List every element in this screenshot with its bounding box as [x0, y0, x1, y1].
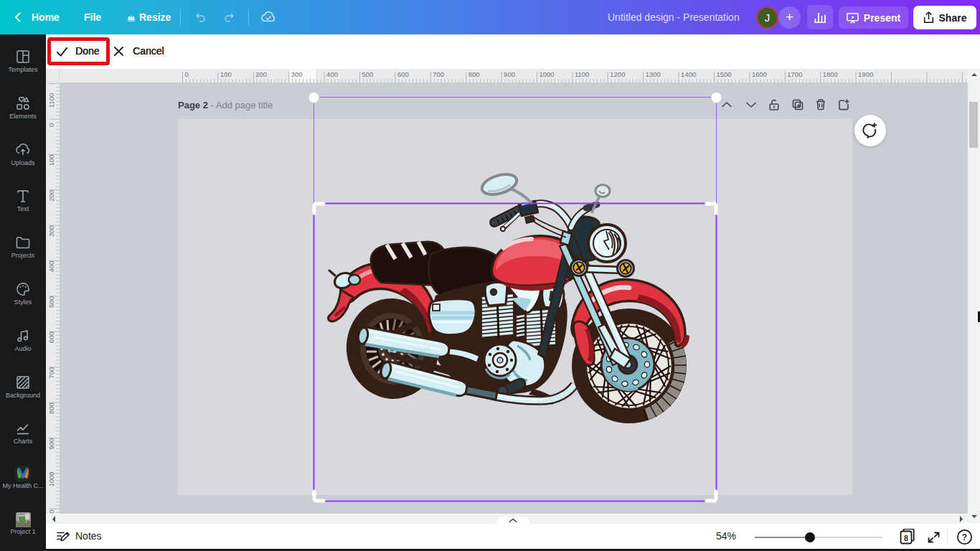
svg-text:500: 500 — [47, 296, 55, 308]
svg-text:1900: 1900 — [858, 70, 873, 78]
svg-text:?: ? — [962, 532, 967, 542]
svg-text:800: 800 — [468, 70, 480, 78]
svg-text:200: 200 — [47, 190, 55, 202]
svg-text:0: 0 — [47, 123, 55, 126]
svg-text:700: 700 — [433, 70, 444, 78]
svg-text:1400: 1400 — [681, 70, 696, 78]
svg-text:300: 300 — [47, 225, 55, 237]
svg-text:600: 600 — [47, 331, 55, 343]
svg-text:100: 100 — [47, 154, 55, 166]
svg-text:100: 100 — [220, 70, 232, 78]
svg-text:600: 600 — [397, 70, 409, 78]
svg-text:400: 400 — [326, 70, 338, 78]
svg-text:1000: 1000 — [47, 471, 55, 486]
svg-text:700: 700 — [47, 367, 55, 379]
svg-text:400: 400 — [47, 261, 55, 273]
svg-text:1100: 1100 — [47, 93, 55, 108]
svg-text:1800: 1800 — [823, 70, 838, 78]
svg-text:0: 0 — [47, 509, 55, 513]
svg-text:1500: 1500 — [717, 70, 732, 78]
svg-text:1300: 1300 — [646, 70, 661, 78]
svg-text:8: 8 — [904, 534, 908, 542]
svg-text:300: 300 — [291, 70, 303, 78]
svg-text:900: 900 — [47, 438, 55, 450]
svg-text:1100: 1100 — [575, 70, 589, 78]
svg-text:1200: 1200 — [610, 70, 625, 78]
svg-text:0: 0 — [185, 70, 189, 78]
svg-text:pngtree: pngtree — [535, 382, 584, 408]
svg-text:1600: 1600 — [752, 70, 767, 78]
svg-text:1000: 1000 — [540, 70, 555, 78]
svg-text:800: 800 — [47, 402, 55, 414]
svg-text:200: 200 — [255, 70, 267, 78]
svg-text:900: 900 — [504, 70, 515, 78]
svg-text:1700: 1700 — [787, 70, 802, 78]
svg-text:500: 500 — [362, 70, 374, 78]
